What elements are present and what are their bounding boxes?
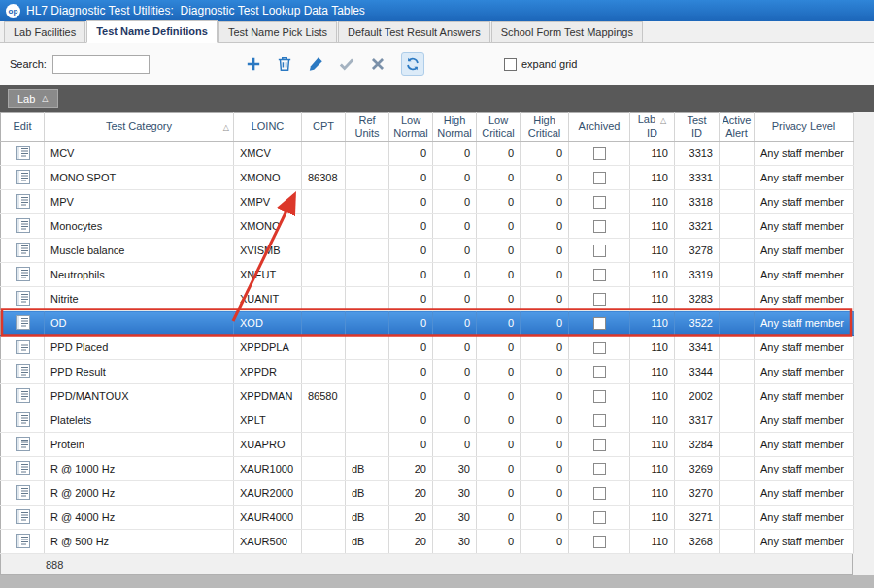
tab-strip: Lab FacilitiesTest Name DefinitionsTest … <box>0 21 874 43</box>
accept-button[interactable] <box>335 52 358 76</box>
row-edit-button[interactable] <box>1 457 45 481</box>
table-row[interactable]: PPD/MANTOUXXPPDMAN8658000001102002Any st… <box>1 384 854 408</box>
cell-high_normal: 0 <box>433 336 477 360</box>
archived-checkbox[interactable] <box>593 147 606 160</box>
table-row[interactable]: PPD PlacedXPPDPLA00001103341Any staff me… <box>1 336 854 360</box>
group-button-lab[interactable]: Lab △ <box>8 89 58 108</box>
edit-row-icon <box>16 243 30 257</box>
expand-grid-toggle[interactable]: expand grid <box>504 58 578 71</box>
cell-high_critical: 0 <box>521 239 569 263</box>
tab-lab-facilities[interactable]: Lab Facilities <box>4 21 85 42</box>
cell-category: PPD Placed <box>45 336 234 360</box>
tab-default-test-result-answers[interactable]: Default Test Result Answers <box>338 21 490 42</box>
row-edit-button[interactable] <box>1 530 45 554</box>
cell-loinc: XPPDR <box>234 360 302 384</box>
archived-checkbox[interactable] <box>593 439 606 451</box>
add-button[interactable] <box>242 52 265 76</box>
column-header-category[interactable]: Test Category△ <box>45 113 234 142</box>
edit-row-icon <box>16 534 30 548</box>
row-edit-button[interactable] <box>1 481 45 506</box>
archived-checkbox[interactable] <box>593 414 606 427</box>
table-row[interactable]: R @ 500 HzXAUR500dB2030001103268Any staf… <box>1 530 854 554</box>
archived-checkbox[interactable] <box>593 511 606 524</box>
column-header-lab_id[interactable]: Lab△ID <box>630 113 675 142</box>
archived-checkbox[interactable] <box>593 172 606 184</box>
table-row[interactable]: MPVXMPV00001103318Any staff member <box>1 190 854 214</box>
cell-active_alert <box>720 263 755 287</box>
archived-checkbox[interactable] <box>593 269 606 281</box>
cell-category: Platelets <box>45 408 234 433</box>
cell-category: Muscle balance <box>45 239 234 263</box>
column-header-high_normal[interactable]: HighNormal <box>433 113 477 142</box>
cell-loinc: XAUR500 <box>234 530 302 554</box>
row-edit-button[interactable] <box>1 311 45 336</box>
archived-checkbox[interactable] <box>593 487 606 500</box>
archived-checkbox[interactable] <box>593 463 606 475</box>
row-edit-button[interactable] <box>1 506 45 530</box>
row-edit-button[interactable] <box>1 360 45 384</box>
cell-test_id: 3522 <box>675 311 720 336</box>
row-edit-button[interactable] <box>1 336 45 360</box>
column-header-active_alert[interactable]: ActiveAlert <box>720 113 755 142</box>
table-row-selected[interactable]: ODXOD00001103522Any staff member <box>1 311 854 336</box>
delete-button[interactable] <box>273 52 296 76</box>
column-header-low_critical[interactable]: LowCritical <box>477 113 521 142</box>
row-edit-button[interactable] <box>1 214 45 239</box>
table-row[interactable]: NitriteXUANIT00001103283Any staff member <box>1 287 854 311</box>
archived-checkbox[interactable] <box>593 245 606 257</box>
archived-checkbox[interactable] <box>593 220 606 233</box>
row-edit-button[interactable] <box>1 263 45 287</box>
table-row[interactable]: R @ 1000 HzXAUR1000dB2030001103269Any st… <box>1 457 854 481</box>
table-row[interactable]: ProteinXUAPRO00001103284Any staff member <box>1 433 854 457</box>
edit-button[interactable] <box>304 52 327 76</box>
table-row[interactable]: PPD ResultXPPDR00001103344Any staff memb… <box>1 360 854 384</box>
search-input[interactable] <box>52 55 150 74</box>
table-row[interactable]: R @ 2000 HzXAUR2000dB2030001103270Any st… <box>1 481 854 506</box>
column-header-loinc[interactable]: LOINC <box>234 113 302 142</box>
edit-row-icon <box>16 388 30 403</box>
column-header-low_normal[interactable]: LowNormal <box>389 113 433 142</box>
table-row[interactable]: PlateletsXPLT00001103317Any staff member <box>1 408 854 433</box>
column-header-ref_units[interactable]: RefUnits <box>346 113 389 142</box>
cell-active_alert <box>720 433 755 457</box>
row-edit-button[interactable] <box>1 287 45 311</box>
row-edit-button[interactable] <box>1 433 45 457</box>
column-header-test_id[interactable]: TestID <box>675 113 720 142</box>
cell-lab_id: 110 <box>630 336 675 360</box>
tab-test-name-pick-lists[interactable]: Test Name Pick Lists <box>218 21 337 42</box>
table-row[interactable]: Muscle balanceXVISMB00001103278Any staff… <box>1 239 854 263</box>
archived-checkbox[interactable] <box>593 317 606 330</box>
archived-checkbox[interactable] <box>593 536 606 548</box>
column-header-cpt[interactable]: CPT <box>302 113 346 142</box>
cell-test_id: 3317 <box>675 408 720 433</box>
column-header-edit[interactable]: Edit <box>1 113 45 142</box>
archived-checkbox[interactable] <box>593 293 606 306</box>
row-edit-button[interactable] <box>1 239 45 263</box>
row-edit-button[interactable] <box>1 142 45 166</box>
row-edit-button[interactable] <box>1 408 45 433</box>
row-edit-button[interactable] <box>1 190 45 214</box>
column-header-archived[interactable]: Archived <box>569 113 630 142</box>
tab-school-form-test-mappings[interactable]: School Form Test Mappings <box>491 21 643 42</box>
column-header-high_critical[interactable]: HighCritical <box>521 113 569 142</box>
archived-checkbox[interactable] <box>593 390 606 403</box>
row-edit-button[interactable] <box>1 166 45 190</box>
expand-grid-checkbox[interactable] <box>504 58 517 71</box>
cell-category: R @ 4000 Hz <box>45 506 234 530</box>
refresh-button[interactable] <box>401 52 424 76</box>
archived-checkbox[interactable] <box>593 342 606 354</box>
cell-active_alert <box>720 408 755 433</box>
row-edit-button[interactable] <box>1 384 45 408</box>
table-row[interactable]: MonocytesXMONO00001103321Any staff membe… <box>1 214 854 239</box>
table-row[interactable]: NeutrophilsXNEUT00001103319Any staff mem… <box>1 263 854 287</box>
cancel-button[interactable] <box>366 52 389 76</box>
table-row[interactable]: MONO SPOTXMONO8630800001103331Any staff … <box>1 166 854 190</box>
cell-ref_units: dB <box>346 457 389 481</box>
column-header-privacy[interactable]: Privacy Level <box>755 113 854 142</box>
table-row[interactable]: R @ 4000 HzXAUR4000dB2030001103271Any st… <box>1 506 854 530</box>
cell-ref_units <box>346 239 389 263</box>
table-row[interactable]: MCVXMCV00001103313Any staff member <box>1 142 854 166</box>
archived-checkbox[interactable] <box>593 366 606 378</box>
tab-test-name-definitions[interactable]: Test Name Definitions <box>86 20 218 43</box>
archived-checkbox[interactable] <box>593 196 606 209</box>
